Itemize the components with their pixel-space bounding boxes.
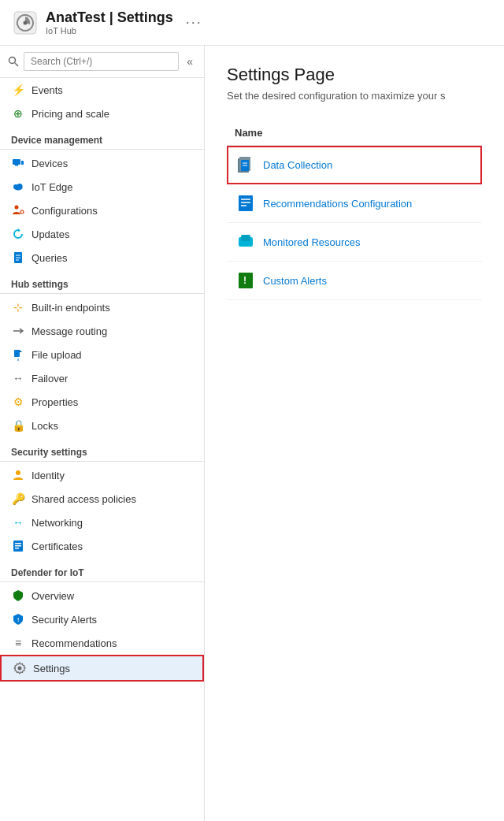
svg-rect-25 xyxy=(15,545,21,547)
custom-alerts-icon: ! xyxy=(235,269,257,292)
divider xyxy=(0,461,204,462)
monitored-resources-link[interactable]: Monitored Resources xyxy=(263,236,361,248)
sidebar-item-label: Failover xyxy=(32,373,68,384)
row-content: Monitored Resources xyxy=(235,231,474,253)
bolt-icon: ⚡ xyxy=(11,83,25,97)
monitored-resources-icon xyxy=(235,231,257,253)
svg-text:!: ! xyxy=(17,617,19,622)
recommendations-config-icon xyxy=(235,192,257,214)
svg-point-2 xyxy=(9,58,16,64)
table-row: Data Collection xyxy=(227,146,482,184)
sidebar-item-label: Recommendations xyxy=(32,637,117,649)
data-collection-link[interactable]: Data Collection xyxy=(263,159,332,171)
routing-icon xyxy=(11,324,25,338)
section-label-device-management: Device management xyxy=(0,125,204,149)
table-cell: Recommendations Configuration xyxy=(227,184,482,223)
sidebar-item-label: Security Alerts xyxy=(32,614,97,626)
cert-icon xyxy=(11,539,25,553)
sidebar-item-settings[interactable]: Settings xyxy=(0,655,204,682)
header-title-block: AnatTest | Settings IoT Hub xyxy=(46,9,173,35)
recommendations-config-link[interactable]: Recommendations Configuration xyxy=(263,198,412,210)
svg-line-3 xyxy=(15,63,18,66)
sidebar-item-shared-access[interactable]: 🔑 Shared access policies xyxy=(0,487,204,511)
divider xyxy=(0,293,204,294)
sidebar-item-recommendations[interactable]: ≡ Recommendations xyxy=(0,631,204,655)
sidebar-item-label: Queries xyxy=(32,252,68,264)
sidebar-item-overview[interactable]: Overview xyxy=(0,584,204,607)
section-label-defender: Defender for IoT xyxy=(0,558,204,581)
svg-rect-5 xyxy=(15,165,18,166)
divider xyxy=(0,149,204,150)
section-label-security-settings: Security settings xyxy=(0,437,204,461)
collapse-sidebar-button[interactable]: « xyxy=(183,54,196,69)
devices-icon xyxy=(11,156,25,170)
sidebar-item-iot-edge[interactable]: IoT Edge xyxy=(0,175,204,199)
sidebar-item-label: Locks xyxy=(32,420,58,432)
sidebar-item-events[interactable]: ⚡ Events xyxy=(0,78,204,102)
sidebar-item-queries[interactable]: Queries xyxy=(0,246,204,269)
person-gear-icon xyxy=(11,203,25,217)
search-input[interactable] xyxy=(24,52,179,71)
svg-point-22 xyxy=(16,470,20,475)
custom-alerts-link[interactable]: Custom Alerts xyxy=(263,275,327,287)
table-cell: ! Custom Alerts xyxy=(227,262,482,300)
sidebar-item-locks[interactable]: 🔒 Locks xyxy=(0,414,204,437)
sidebar-item-label: Configurations xyxy=(32,205,98,217)
sidebar-scroll-area: ⚡ Events ⊕ Pricing and scale Device mana… xyxy=(0,78,204,821)
svg-text:!: ! xyxy=(243,275,246,286)
list-icon: ≡ xyxy=(11,636,25,650)
circle-dollar-icon: ⊕ xyxy=(11,106,25,121)
sidebar-item-label: Identity xyxy=(32,470,65,481)
sidebar-item-label: Properties xyxy=(32,396,78,408)
app-icon xyxy=(13,10,38,35)
svg-marker-13 xyxy=(18,228,20,232)
svg-point-1 xyxy=(24,20,28,24)
sidebar-item-built-in-endpoints[interactable]: ⊹ Built-in endpoints xyxy=(0,295,204,319)
svg-point-9 xyxy=(17,184,23,189)
svg-rect-24 xyxy=(15,543,21,544)
document-icon xyxy=(11,251,25,265)
file-upload-icon xyxy=(11,347,25,362)
sidebar-item-label: Built-in endpoints xyxy=(32,302,110,314)
sidebar-item-label: Updates xyxy=(32,228,69,240)
key-icon: 🔑 xyxy=(11,492,25,506)
more-options-button[interactable]: ··· xyxy=(186,14,202,31)
svg-rect-4 xyxy=(13,159,20,165)
sidebar-item-label: Shared access policies xyxy=(32,493,136,505)
sidebar-item-certificates[interactable]: Certificates xyxy=(0,534,204,558)
sidebar-item-file-upload[interactable]: File upload xyxy=(0,343,204,366)
search-bar: « xyxy=(0,46,204,78)
sidebar-item-properties[interactable]: ⚙ Properties xyxy=(0,390,204,414)
sidebar-item-label: Events xyxy=(32,84,63,96)
sidebar-item-updates[interactable]: Updates xyxy=(0,222,204,246)
main-layout: « ⚡ Events ⊕ Pricing and scale Device ma… xyxy=(0,46,504,821)
sidebar-item-identity[interactable]: Identity xyxy=(0,463,204,487)
settings-table: Name xyxy=(227,121,482,300)
sidebar-item-networking[interactable]: ↔ Networking xyxy=(0,511,204,534)
sidebar-item-label: Devices xyxy=(32,158,68,169)
table-row: Monitored Resources xyxy=(227,223,482,262)
refresh-icon xyxy=(11,227,25,241)
header-subtitle: IoT Hub xyxy=(46,26,173,35)
app-header: AnatTest | Settings IoT Hub ··· xyxy=(0,0,504,46)
sidebar-item-configurations[interactable]: Configurations xyxy=(0,199,204,222)
sidebar-item-message-routing[interactable]: Message routing xyxy=(0,319,204,343)
table-row: Recommendations Configuration xyxy=(227,184,482,223)
search-icon xyxy=(8,56,19,67)
content-area: Settings Page Set the desired configurat… xyxy=(205,46,504,821)
table-cell: Data Collection xyxy=(227,146,482,184)
network-icon: ↔ xyxy=(11,515,25,529)
sidebar-item-label: Settings xyxy=(33,663,70,674)
svg-rect-34 xyxy=(239,195,253,211)
sidebar-item-pricing[interactable]: ⊕ Pricing and scale xyxy=(0,102,204,125)
sidebar-item-security-alerts[interactable]: ! Security Alerts xyxy=(0,607,204,631)
sidebar-item-devices[interactable]: Devices xyxy=(0,151,204,175)
sidebar-item-failover[interactable]: ↔ Failover xyxy=(0,366,204,390)
sidebar-item-label: Pricing and scale xyxy=(32,108,109,120)
data-collection-icon xyxy=(235,154,257,176)
lock-icon: 🔒 xyxy=(11,418,25,433)
gear-icon xyxy=(13,661,27,675)
svg-point-10 xyxy=(15,206,19,210)
row-content: ! Custom Alerts xyxy=(235,269,474,292)
section-label-hub-settings: Hub settings xyxy=(0,269,204,293)
